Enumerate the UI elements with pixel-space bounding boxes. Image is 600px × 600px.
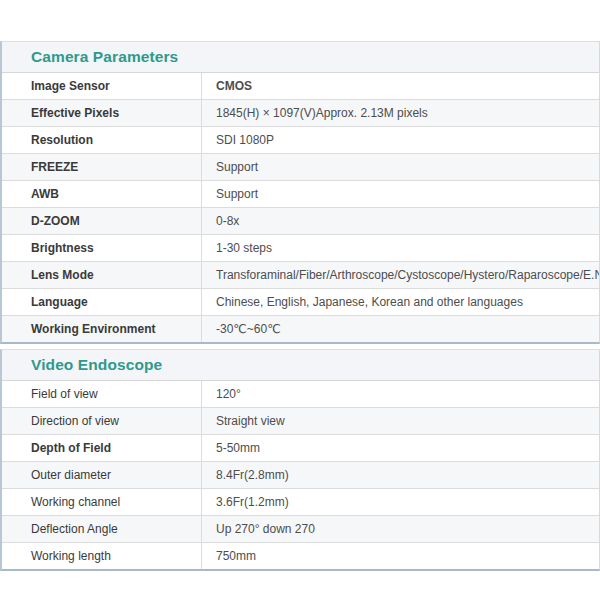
video-endoscope-table: Video Endoscope Field of view120°Directi… [0, 349, 600, 571]
row-value: 8.4Fr(2.8mm) [202, 462, 599, 488]
camera-parameters-table: Camera Parameters Image SensorCMOSEffect… [0, 41, 600, 344]
camera-parameters-rows: Image SensorCMOSEffective Pixels1845(H) … [2, 73, 599, 342]
table-row: Working length750mm [2, 543, 599, 569]
table-row: Image SensorCMOS [2, 73, 599, 100]
table-row: FREEZESupport [2, 154, 599, 181]
row-value: 1-30 steps [202, 235, 599, 261]
section-title: Video Endoscope [31, 356, 162, 374]
section-title: Camera Parameters [31, 48, 178, 66]
row-label: Resolution [2, 127, 202, 153]
row-label: Brightness [2, 235, 202, 261]
row-value: Straight view [202, 408, 599, 434]
video-endoscope-header: Video Endoscope [2, 350, 599, 381]
table-row: D-ZOOM0-8x [2, 208, 599, 235]
table-row: ResolutionSDI 1080P [2, 127, 599, 154]
row-label: Depth of Field [2, 435, 202, 461]
camera-parameters-header: Camera Parameters [2, 42, 599, 73]
row-label: Working length [2, 543, 202, 569]
table-row: Lens ModeTransforaminal/Fiber/Arthroscop… [2, 262, 599, 289]
row-value: 120° [202, 381, 599, 407]
table-row: Depth of Field5-50mm [2, 435, 599, 462]
row-value: Support [202, 181, 599, 207]
row-value: 0-8x [202, 208, 599, 234]
table-row: Working Environment-30℃~60℃ [2, 316, 599, 342]
row-value: 750mm [202, 543, 599, 569]
table-row: AWBSupport [2, 181, 599, 208]
row-value: Support [202, 154, 599, 180]
video-endoscope-rows: Field of view120°Direction of viewStraig… [2, 381, 599, 569]
row-value: Chinese, English, Japanese, Korean and o… [202, 289, 599, 315]
table-row: Deflection AngleUp 270° down 270 [2, 516, 599, 543]
row-label: Image Sensor [2, 73, 202, 99]
row-label: Deflection Angle [2, 516, 202, 542]
row-value: -30℃~60℃ [202, 316, 599, 342]
row-label: Effective Pixels [2, 100, 202, 126]
row-label: FREEZE [2, 154, 202, 180]
table-row: Brightness1-30 steps [2, 235, 599, 262]
spec-page: Camera Parameters Image SensorCMOSEffect… [0, 41, 600, 600]
table-row: LanguageChinese, English, Japanese, Kore… [2, 289, 599, 316]
row-label: Lens Mode [2, 262, 202, 288]
row-value: Up 270° down 270 [202, 516, 599, 542]
row-label: D-ZOOM [2, 208, 202, 234]
row-label: Working Environment [2, 316, 202, 342]
row-value: 1845(H) × 1097(V)Approx. 2.13M pixels [202, 100, 599, 126]
table-row: Field of view120° [2, 381, 599, 408]
row-label: AWB [2, 181, 202, 207]
row-value: Transforaminal/Fiber/Arthroscope/Cystosc… [202, 262, 599, 288]
table-row: Outer diameter8.4Fr(2.8mm) [2, 462, 599, 489]
row-label: Direction of view [2, 408, 202, 434]
row-value: 5-50mm [202, 435, 599, 461]
row-value: SDI 1080P [202, 127, 599, 153]
row-value: CMOS [202, 73, 599, 99]
row-value: 3.6Fr(1.2mm) [202, 489, 599, 515]
row-label: Working channel [2, 489, 202, 515]
table-row: Direction of viewStraight view [2, 408, 599, 435]
table-row: Effective Pixels1845(H) × 1097(V)Approx.… [2, 100, 599, 127]
table-row: Working channel3.6Fr(1.2mm) [2, 489, 599, 516]
row-label: Field of view [2, 381, 202, 407]
row-label: Outer diameter [2, 462, 202, 488]
row-label: Language [2, 289, 202, 315]
